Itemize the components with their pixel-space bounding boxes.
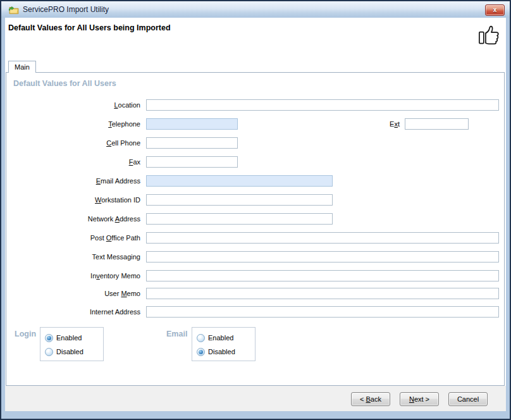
email-disabled-radio[interactable]: Disabled xyxy=(197,345,255,358)
group-heading: Default Values for All Users xyxy=(13,79,116,88)
login-enabled-label: Enabled xyxy=(56,334,82,342)
back-button[interactable]: < Back xyxy=(351,392,390,406)
footer-bar: < Back Next > Cancel xyxy=(5,386,506,411)
email-group-label: Email xyxy=(166,330,187,338)
page-title: Default Values for All Users being Impor… xyxy=(8,23,171,32)
internet-address-label: Internet Address xyxy=(6,306,140,318)
ext-input[interactable] xyxy=(405,118,469,130)
text-messaging-label: Text Messaging xyxy=(6,251,140,262)
fax-label: Fax xyxy=(6,156,140,168)
dialog-content: Default Values for All Users being Impor… xyxy=(5,18,506,411)
cancel-button[interactable]: Cancel xyxy=(448,392,488,406)
post-office-path-label: Post Office Path xyxy=(6,232,140,244)
email-disabled-label: Disabled xyxy=(208,348,235,355)
form-row-user-memo: User Memo xyxy=(6,288,504,299)
workstation-id-label: Workstation ID xyxy=(6,194,140,206)
login-enabled-radio[interactable]: Enabled xyxy=(45,331,103,344)
window-title: ServicePRO Import Utility xyxy=(23,5,109,14)
location-input[interactable] xyxy=(146,99,499,111)
form-row-network-address: Network Address xyxy=(6,213,504,225)
main-tab-panel: Default Values for All Users Location Te… xyxy=(6,72,505,386)
next-button[interactable]: Next > xyxy=(400,392,439,406)
login-options-group: Enabled Disabled xyxy=(40,327,104,361)
close-button[interactable]: x xyxy=(485,4,505,16)
radio-unselected-icon xyxy=(45,348,53,356)
workstation-id-input[interactable] xyxy=(146,194,333,206)
servicepro-import-utility-window: ServicePRO Import Utility x Default Valu… xyxy=(0,0,511,420)
telephone-input[interactable] xyxy=(146,118,238,130)
text-messaging-input[interactable] xyxy=(146,251,499,262)
email-enabled-radio[interactable]: Enabled xyxy=(197,331,255,344)
form-row-location: Location xyxy=(6,99,504,111)
form-row-workstation-id: Workstation ID xyxy=(6,194,504,206)
inventory-memo-input[interactable] xyxy=(146,270,499,281)
form-row-cell-phone: Cell Phone xyxy=(6,137,504,149)
form-row-internet-address: Internet Address xyxy=(6,306,504,318)
user-memo-label: User Memo xyxy=(6,288,140,299)
fax-input[interactable] xyxy=(146,156,238,168)
internet-address-input[interactable] xyxy=(146,306,499,318)
tab-main[interactable]: Main xyxy=(8,61,36,73)
login-group-label: Login xyxy=(15,330,36,338)
network-address-label: Network Address xyxy=(6,213,140,225)
login-disabled-radio[interactable]: Disabled xyxy=(45,345,103,358)
form-row-fax: Fax xyxy=(6,156,504,168)
inventory-memo-label: Inventory Memo xyxy=(6,270,140,281)
form-row-inventory-memo: Inventory Memo xyxy=(6,270,504,281)
ext-label: Ext xyxy=(358,118,400,130)
email-address-input[interactable] xyxy=(146,175,333,187)
email-address-label: Email Address xyxy=(6,175,140,187)
radio-selected-icon xyxy=(197,348,205,356)
user-memo-input[interactable] xyxy=(146,288,499,299)
post-office-path-input[interactable] xyxy=(146,232,499,244)
title-bar[interactable]: ServicePRO Import Utility x xyxy=(1,1,510,18)
location-label: Location xyxy=(6,99,140,111)
cell-phone-input[interactable] xyxy=(146,137,238,149)
email-options-group: Enabled Disabled xyxy=(192,327,256,361)
form-row-telephone: Telephone Ext xyxy=(6,118,504,130)
email-enabled-label: Enabled xyxy=(208,334,233,342)
telephone-label: Telephone xyxy=(6,118,140,130)
radio-selected-icon xyxy=(45,334,53,342)
cell-phone-label: Cell Phone xyxy=(6,137,140,149)
radio-unselected-icon xyxy=(197,334,205,342)
network-address-input[interactable] xyxy=(146,213,333,225)
form-row-text-messaging: Text Messaging xyxy=(6,251,504,262)
login-disabled-label: Disabled xyxy=(56,348,83,355)
form-row-post-office-path: Post Office Path xyxy=(6,232,504,244)
form-row-email-address: Email Address xyxy=(6,175,504,187)
thumbs-up-icon xyxy=(477,23,503,46)
app-icon xyxy=(8,5,19,15)
